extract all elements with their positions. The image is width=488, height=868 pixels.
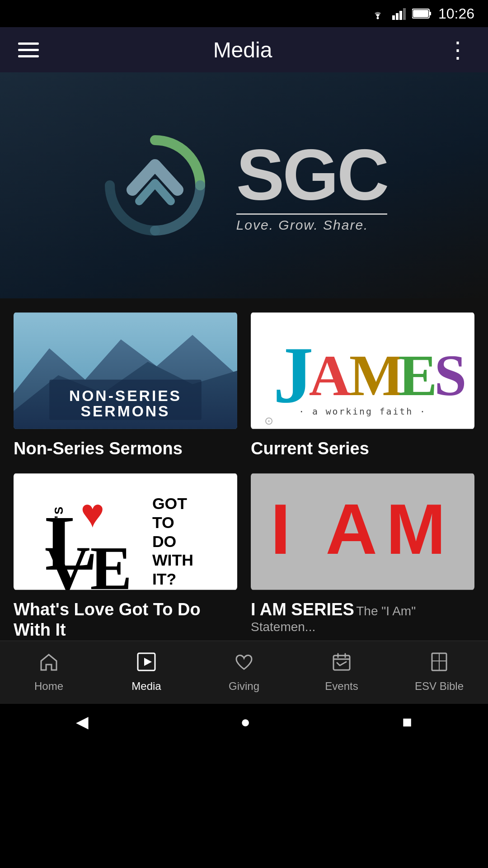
- svg-text:NON-SERIES: NON-SERIES: [69, 387, 182, 404]
- hero-section: SGC Love. Grow. Share.: [0, 72, 488, 298]
- status-time: 10:26: [438, 5, 474, 22]
- media-grid: NON-SERIES SERMONS Non-Series Sermons J …: [0, 298, 488, 641]
- nav-giving[interactable]: Giving: [195, 652, 293, 693]
- home-button[interactable]: ●: [240, 712, 250, 731]
- non-series-sermons-card[interactable]: NON-SERIES SERMONS Non-Series Sermons: [14, 312, 237, 459]
- svg-rect-6: [429, 12, 431, 15]
- hamburger-line: [18, 55, 39, 57]
- hamburger-line: [18, 42, 39, 45]
- svg-text:DO: DO: [152, 532, 176, 550]
- home-icon: [39, 652, 59, 676]
- whats-love-label: What's Love Got To Do With It: [14, 600, 201, 644]
- hamburger-line: [18, 49, 39, 51]
- nav-giving-label: Giving: [229, 680, 259, 693]
- signal-icon: [392, 7, 406, 20]
- nav-esv-bible[interactable]: ESV Bible: [390, 652, 488, 693]
- non-series-sermons-image: NON-SERIES SERMONS: [14, 312, 237, 429]
- svg-text:IT?: IT?: [152, 570, 176, 588]
- svg-rect-2: [396, 13, 399, 20]
- whats-love-card[interactable]: WHAT'S L ♥ VE GOT TO DO WITH IT? What's …: [14, 473, 237, 641]
- svg-text:E: E: [399, 343, 437, 408]
- bottom-navigation: Home Media Giving Event: [0, 641, 488, 704]
- current-series-card[interactable]: J A M E S · a working faith · ⊙ Current …: [251, 312, 474, 459]
- logo-divider: [236, 213, 388, 215]
- svg-rect-7: [413, 10, 428, 17]
- svg-marker-35: [144, 658, 152, 666]
- svg-text:I AM: I AM: [271, 489, 455, 569]
- svg-rect-4: [403, 8, 406, 20]
- recent-apps-button[interactable]: ■: [402, 712, 412, 731]
- svg-text:⊙: ⊙: [264, 415, 273, 427]
- current-series-image: J A M E S · a working faith · ⊙: [251, 312, 474, 429]
- battery-icon: [412, 8, 432, 19]
- svg-point-0: [376, 17, 379, 19]
- svg-text:VE: VE: [45, 533, 132, 590]
- wifi-icon: [370, 7, 386, 20]
- svg-rect-36: [333, 656, 350, 670]
- bible-icon: [429, 652, 449, 676]
- menu-button[interactable]: [18, 42, 39, 57]
- status-bar: 10:26: [0, 0, 488, 27]
- whats-love-image: WHAT'S L ♥ VE GOT TO DO WITH IT?: [14, 473, 237, 590]
- android-navigation-bar: ◀ ● ■: [0, 704, 488, 740]
- non-series-sermons-label: Non-Series Sermons: [14, 439, 183, 462]
- svg-text:SERMONS: SERMONS: [81, 403, 170, 420]
- nav-media-label: Media: [131, 680, 161, 693]
- svg-text:· a working faith ·: · a working faith ·: [299, 406, 427, 417]
- sgc-letters: SGC: [236, 138, 388, 211]
- svg-text:A: A: [309, 343, 351, 408]
- page-title: Media: [213, 38, 272, 62]
- back-button[interactable]: ◀: [76, 712, 89, 731]
- svg-text:M: M: [349, 343, 404, 408]
- svg-text:WITH: WITH: [152, 551, 193, 569]
- current-series-label: Current Series: [251, 439, 369, 462]
- svg-text:S: S: [434, 343, 467, 408]
- church-logo-mark: [101, 131, 209, 240]
- nav-events-label: Events: [325, 680, 358, 693]
- nav-home-label: Home: [34, 680, 63, 693]
- svg-text:TO: TO: [152, 514, 174, 532]
- i-am-series-image: I AM: [251, 473, 474, 590]
- nav-media[interactable]: Media: [98, 652, 195, 693]
- svg-rect-1: [392, 15, 395, 20]
- svg-text:♥: ♥: [81, 491, 105, 536]
- events-icon: [332, 652, 352, 676]
- svg-rect-3: [399, 11, 402, 20]
- church-tagline: Love. Grow. Share.: [236, 217, 369, 233]
- i-am-series-card[interactable]: I AM I AM SERIES The "I Am" Statemen...: [251, 473, 474, 641]
- status-icons: 10:26: [370, 5, 474, 22]
- more-options-button[interactable]: ⋮: [446, 38, 470, 61]
- nav-home[interactable]: Home: [0, 652, 98, 693]
- church-name-text: SGC Love. Grow. Share.: [236, 138, 388, 233]
- top-bar: Media ⋮: [0, 27, 488, 72]
- media-icon: [136, 652, 156, 676]
- nav-esv-bible-label: ESV Bible: [415, 680, 464, 693]
- svg-text:GOT: GOT: [152, 495, 187, 513]
- nav-events[interactable]: Events: [293, 652, 390, 693]
- giving-icon: [234, 652, 254, 676]
